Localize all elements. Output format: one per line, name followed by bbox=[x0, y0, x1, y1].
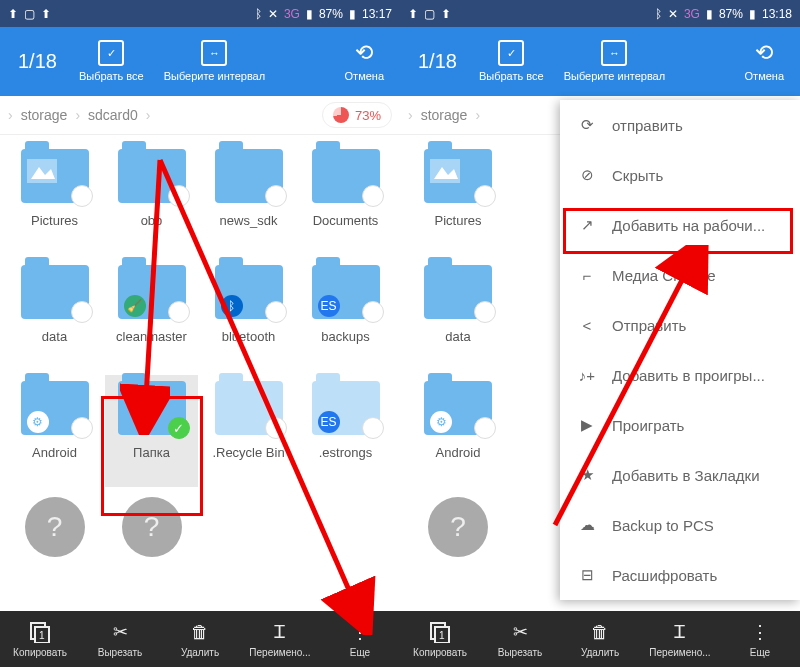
cut-button[interactable]: ✂Вырезать bbox=[80, 611, 160, 667]
folder-estrongs[interactable]: ES .estrongs bbox=[299, 375, 392, 487]
more-button[interactable]: ⋮Еще bbox=[320, 611, 400, 667]
folder-pictures[interactable]: Pictures bbox=[408, 143, 508, 255]
folder-documents[interactable]: Documents bbox=[299, 143, 392, 255]
breadcrumb-item[interactable]: sdcard0 bbox=[88, 107, 138, 123]
decrypt-icon: ⊟ bbox=[576, 564, 598, 586]
folder-cleanmaster[interactable]: 🧹 cleanmaster bbox=[105, 259, 198, 371]
menu-send[interactable]: ⟳отправить bbox=[560, 100, 800, 150]
trash-icon: 🗑 bbox=[591, 620, 609, 644]
folder-bluetooth[interactable]: ᛒ bluetooth bbox=[202, 259, 295, 371]
battery-icon: ▮ bbox=[749, 7, 756, 21]
breadcrumb: › storage › sdcard0 › 73% bbox=[0, 96, 400, 135]
es-icon: ▢ bbox=[424, 7, 435, 21]
shortcut-icon: ↗ bbox=[576, 214, 598, 236]
folder-obb[interactable]: obb bbox=[105, 143, 198, 255]
bluetooth-icon: ᛒ bbox=[255, 7, 262, 21]
folder-news-sdk[interactable]: news_sdk bbox=[202, 143, 295, 255]
menu-backup-pcs[interactable]: ☁Backup to PCS bbox=[560, 500, 800, 550]
selection-counter: 1/18 bbox=[6, 50, 69, 73]
copy-button[interactable]: 1Копировать bbox=[400, 611, 480, 667]
folder-android[interactable]: ⚙ Android bbox=[408, 375, 508, 487]
folder-pictures[interactable]: Pictures bbox=[8, 143, 101, 255]
chevron-right-icon: › bbox=[408, 107, 413, 123]
folder-papka-selected[interactable]: ✓ Папка bbox=[105, 375, 198, 487]
mute-icon: ✕ bbox=[668, 7, 678, 21]
signal-3g: 3G bbox=[684, 7, 700, 21]
clock: 13:18 bbox=[762, 7, 792, 21]
cloud-icon: ☁ bbox=[576, 514, 598, 536]
delete-button[interactable]: 🗑Удалить bbox=[160, 611, 240, 667]
delete-button[interactable]: 🗑Удалить bbox=[560, 611, 640, 667]
cancel-button[interactable]: ⟲ Отмена bbox=[335, 40, 394, 84]
svg-text:1: 1 bbox=[39, 630, 45, 641]
folder-data[interactable]: data bbox=[8, 259, 101, 371]
unknown-item[interactable]: ? bbox=[105, 491, 198, 603]
playlist-add-icon: ♪+ bbox=[576, 364, 598, 386]
cancel-button[interactable]: ⟲ Отмена bbox=[735, 40, 794, 84]
bluetooth-icon: ᛒ bbox=[655, 7, 662, 21]
scissors-icon: ✂ bbox=[513, 620, 528, 644]
rename-button[interactable]: ᏆПереимено... bbox=[240, 611, 320, 667]
selection-toolbar: 1/18 ✓ Выбрать все ↔ Выберите интервал ⟲… bbox=[0, 27, 400, 96]
upload-icon: ⬆ bbox=[41, 7, 51, 21]
cast-icon: ⌐ bbox=[576, 264, 598, 286]
menu-share[interactable]: <Отправить bbox=[560, 300, 800, 350]
transfer-icon: ⟳ bbox=[576, 114, 598, 136]
menu-bookmark[interactable]: ★Добавить в Закладки bbox=[560, 450, 800, 500]
cursor-icon: Ꮖ bbox=[674, 620, 686, 644]
battery-pct: 87% bbox=[719, 7, 743, 21]
mute-icon: ✕ bbox=[268, 7, 278, 21]
upload-icon: ⬆ bbox=[441, 7, 451, 21]
pie-chart-icon bbox=[333, 107, 349, 123]
unknown-item[interactable]: ? bbox=[408, 491, 508, 603]
trash-icon: 🗑 bbox=[191, 620, 209, 644]
menu-hide[interactable]: ⊘Скрыть bbox=[560, 150, 800, 200]
menu-media-chrome[interactable]: ⌐Медиа Chrome bbox=[560, 250, 800, 300]
menu-add-desktop[interactable]: ↗Добавить на рабочи... bbox=[560, 200, 800, 250]
menu-play[interactable]: ▶Проиграть bbox=[560, 400, 800, 450]
select-all-button[interactable]: ✓ Выбрать все bbox=[69, 40, 154, 83]
unknown-item[interactable]: ? bbox=[8, 491, 101, 603]
chevron-right-icon: › bbox=[475, 107, 480, 123]
selection-counter: 1/18 bbox=[406, 50, 469, 73]
menu-decrypt[interactable]: ⊟Расшифровать bbox=[560, 550, 800, 600]
folder-android[interactable]: ⚙ Android bbox=[8, 375, 101, 487]
select-range-button[interactable]: ↔ Выберите интервал bbox=[554, 40, 676, 83]
clock: 13:17 bbox=[362, 7, 392, 21]
folder-recycle-bin[interactable]: .Recycle Bin bbox=[202, 375, 295, 487]
signal-bars-icon: ▮ bbox=[306, 7, 313, 21]
folder-data[interactable]: data bbox=[408, 259, 508, 371]
upload-icon: ⬆ bbox=[408, 7, 418, 21]
selection-toolbar: 1/18 ✓ Выбрать все ↔ Выберите интервал ⟲… bbox=[400, 27, 800, 96]
rename-button[interactable]: ᏆПереимено... bbox=[640, 611, 720, 667]
folder-grid: Pictures obb news_sdk Documents data 🧹 c… bbox=[0, 135, 400, 611]
copy-icon: 1 bbox=[429, 620, 451, 644]
more-button[interactable]: ⋮Еще bbox=[720, 611, 800, 667]
menu-add-playlist[interactable]: ♪+Добавить в проигры... bbox=[560, 350, 800, 400]
breadcrumb-item[interactable]: storage bbox=[421, 107, 468, 123]
breadcrumb-item[interactable]: storage bbox=[21, 107, 68, 123]
upload-icon: ⬆ bbox=[8, 7, 18, 21]
copy-icon: 1 bbox=[29, 620, 51, 644]
svg-text:1: 1 bbox=[439, 630, 445, 641]
select-all-button[interactable]: ✓ Выбрать все bbox=[469, 40, 554, 83]
battery-icon: ▮ bbox=[349, 7, 356, 21]
more-vert-icon: ⋮ bbox=[351, 620, 369, 644]
share-icon: < bbox=[576, 314, 598, 336]
star-icon: ★ bbox=[576, 464, 598, 486]
bottom-toolbar: 1Копировать ✂Вырезать 🗑Удалить ᏆПереимен… bbox=[0, 611, 400, 667]
es-icon: ▢ bbox=[24, 7, 35, 21]
signal-3g: 3G bbox=[284, 7, 300, 21]
chevron-right-icon: › bbox=[146, 107, 151, 123]
folder-backups[interactable]: ES backups bbox=[299, 259, 392, 371]
signal-bars-icon: ▮ bbox=[706, 7, 713, 21]
play-icon: ▶ bbox=[576, 414, 598, 436]
cut-button[interactable]: ✂Вырезать bbox=[480, 611, 560, 667]
battery-pct: 87% bbox=[319, 7, 343, 21]
more-vert-icon: ⋮ bbox=[751, 620, 769, 644]
select-range-button[interactable]: ↔ Выберите интервал bbox=[154, 40, 276, 83]
status-bar: ⬆ ▢ ⬆ ᛒ ✕ 3G ▮ 87% ▮ 13:17 bbox=[0, 0, 400, 27]
storage-badge[interactable]: 73% bbox=[322, 102, 392, 128]
copy-button[interactable]: 1Копировать bbox=[0, 611, 80, 667]
context-menu: ⟳отправить ⊘Скрыть ↗Добавить на рабочи..… bbox=[560, 100, 800, 600]
